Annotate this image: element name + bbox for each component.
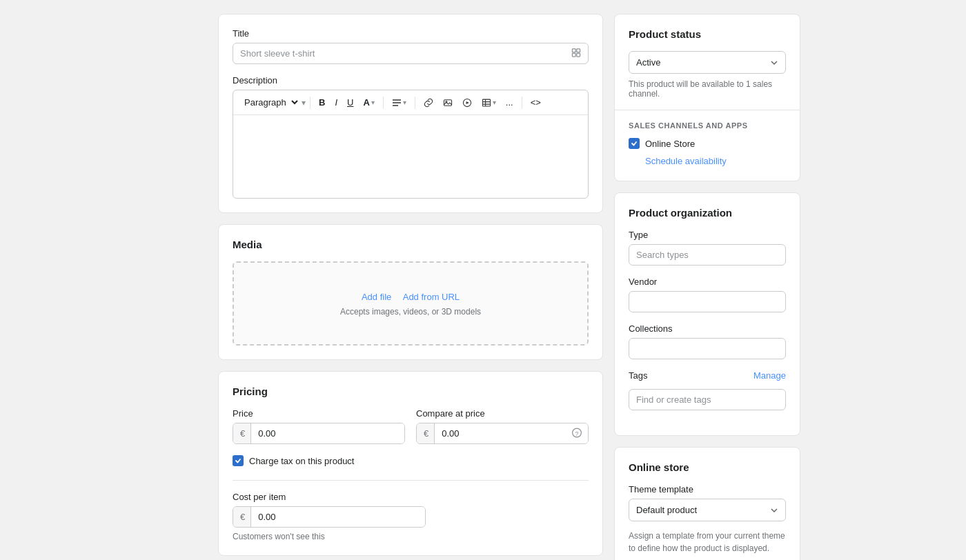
svg-rect-2 <box>572 53 575 57</box>
svg-rect-11 <box>482 99 490 106</box>
cost-hint: Customers won't see this <box>233 532 589 541</box>
add-url-link[interactable]: Add from URL <box>403 292 460 302</box>
cost-currency: € <box>233 507 251 527</box>
svg-rect-3 <box>577 53 580 57</box>
tags-input[interactable] <box>629 389 786 410</box>
video-button[interactable] <box>458 95 476 110</box>
tags-header: Tags Manage <box>629 370 786 381</box>
manage-tags-link[interactable]: Manage <box>753 370 786 381</box>
collections-label: Collections <box>629 323 786 334</box>
title-label: Title <box>233 28 589 39</box>
media-hint: Accepts images, videos, or 3D models <box>248 307 573 317</box>
media-title: Media <box>233 239 589 250</box>
product-status-select[interactable]: Active Draft <box>629 51 786 74</box>
svg-marker-10 <box>466 101 469 103</box>
toolbar-sep-1 <box>310 97 310 109</box>
pricing-title: Pricing <box>233 386 589 397</box>
main-content: Title Description Paragraph <box>207 0 614 560</box>
toolbar-sep-2 <box>383 97 384 109</box>
color-button[interactable]: A ▾ <box>359 94 378 110</box>
title-input[interactable] <box>233 43 589 64</box>
vendor-field: Vendor <box>629 277 786 312</box>
more-button[interactable]: ... <box>502 94 518 110</box>
compare-price-input[interactable] <box>435 423 588 443</box>
online-store-checkbox[interactable] <box>629 138 640 149</box>
code-button[interactable]: <> <box>526 94 545 110</box>
price-label: Price <box>233 408 405 419</box>
left-sidebar <box>0 0 207 560</box>
price-field: Price € <box>233 408 405 444</box>
price-currency: € <box>233 423 251 443</box>
media-links: Add file Add from URL <box>248 290 573 303</box>
product-status-title: Product status <box>629 28 786 40</box>
price-input[interactable] <box>251 423 404 443</box>
online-store-label: Online Store <box>645 139 695 149</box>
tags-field: Tags Manage <box>629 370 786 410</box>
table-button[interactable]: ▾ <box>477 95 500 110</box>
svg-rect-7 <box>444 99 451 105</box>
collections-input[interactable] <box>629 338 786 359</box>
sales-channels-label: SALES CHANNELS AND APPS <box>629 121 786 130</box>
pricing-divider <box>233 480 589 481</box>
svg-rect-1 <box>577 48 580 52</box>
title-description-card: Title Description Paragraph <box>218 14 603 213</box>
title-icon <box>571 47 582 60</box>
description-textarea[interactable] <box>233 115 588 198</box>
italic-button[interactable]: I <box>331 94 342 110</box>
editor-toolbar: Paragraph ▾ B I U A ▾ <box>233 90 588 115</box>
cost-label: Cost per item <box>233 492 589 502</box>
theme-template-label: Theme template <box>629 484 786 494</box>
compare-price-field: Compare at price € ? <box>416 408 589 444</box>
help-icon[interactable]: ? <box>571 427 582 440</box>
svg-rect-0 <box>572 48 575 52</box>
schedule-availability-link[interactable]: Schedule availability <box>645 156 727 166</box>
charge-tax-label: Charge tax on this product <box>249 456 354 466</box>
description-label: Description <box>233 75 589 86</box>
charge-tax-row: Charge tax on this product <box>233 455 589 466</box>
cost-input[interactable] <box>251 507 425 527</box>
image-button[interactable] <box>439 95 457 110</box>
type-input[interactable] <box>629 244 786 266</box>
tags-label: Tags <box>629 370 647 381</box>
price-row: Price € Compare at price € ? <box>233 408 589 444</box>
product-status-card: Product status Active Draft This product… <box>614 14 800 181</box>
theme-hint: Assign a template from your current them… <box>629 530 786 554</box>
theme-template-select[interactable]: Default product <box>629 499 786 521</box>
pricing-card: Pricing Price € Compare at price € <box>218 371 603 556</box>
vendor-label: Vendor <box>629 277 786 287</box>
price-input-wrapper: € <box>233 423 405 444</box>
type-label: Type <box>629 230 786 240</box>
media-card: Media Add file Add from URL Accepts imag… <box>218 224 603 360</box>
underline-button[interactable]: U <box>343 94 357 110</box>
description-editor: Paragraph ▾ B I U A ▾ <box>233 90 589 199</box>
vendor-input[interactable] <box>629 291 786 312</box>
type-field: Type <box>629 230 786 266</box>
online-store-title: Online store <box>629 461 786 473</box>
channel-row: Online Store <box>629 138 786 149</box>
charge-tax-checkbox[interactable] <box>233 455 244 466</box>
toolbar-sep-4 <box>522 97 522 109</box>
bold-button[interactable]: B <box>315 94 329 110</box>
toolbar-sep-3 <box>415 97 415 109</box>
product-organization-title: Product organization <box>629 207 786 219</box>
link-button[interactable] <box>420 95 437 110</box>
status-divider <box>615 110 800 110</box>
collections-field: Collections <box>629 323 786 359</box>
svg-text:?: ? <box>575 430 579 437</box>
add-file-link[interactable]: Add file <box>362 292 391 302</box>
right-sidebar: Product status Active Draft This product… <box>614 0 814 560</box>
product-organization-card: Product organization Type Vendor Collect… <box>614 192 800 436</box>
compare-currency: € <box>417 423 435 443</box>
paragraph-select[interactable]: Paragraph <box>239 95 300 110</box>
compare-price-label: Compare at price <box>416 408 589 419</box>
align-button[interactable]: ▾ <box>388 95 411 110</box>
compare-price-wrapper: € ? <box>416 423 589 444</box>
media-dropzone[interactable]: Add file Add from URL Accepts images, vi… <box>233 261 589 346</box>
online-store-card: Online store Theme template Default prod… <box>614 447 800 560</box>
cost-input-wrapper: € <box>233 506 426 528</box>
status-hint: This product will be available to 1 sale… <box>629 79 786 99</box>
